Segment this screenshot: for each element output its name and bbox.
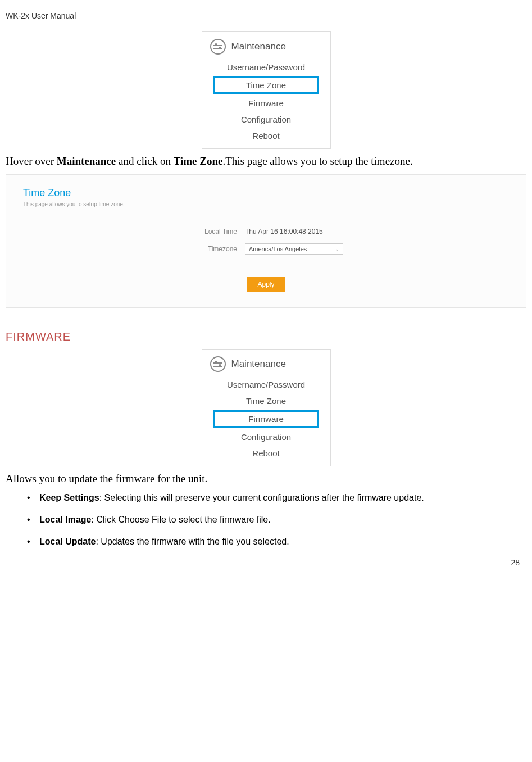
timezone-select-value: America/Los Angeles (249, 246, 307, 252)
tz-subtitle: This page allows you to setup time zone. (23, 201, 509, 207)
menu-item-timezone[interactable]: Time Zone (213, 76, 319, 94)
maintenance-menu-timezone: Maintenance Username/Password Time Zone … (202, 31, 331, 149)
timezone-label: Timezone (23, 245, 245, 253)
menu-header: Maintenance (202, 354, 330, 377)
timezone-select[interactable]: America/Los Angeles ⌄ (245, 243, 343, 255)
menu-item-firmware[interactable]: Firmware (213, 410, 319, 428)
timezone-panel: Time Zone This page allows you to setup … (6, 174, 526, 308)
doc-header: WK-2x User Manual (6, 11, 526, 20)
bullet-keep-settings: Keep Settings: Selecting this will prese… (27, 492, 526, 504)
menu-item-firmware[interactable]: Firmware (202, 95, 330, 111)
bullet-local-image: Local Image: Click Choose File to select… (27, 514, 526, 526)
local-time-value: Thu Apr 16 16:00:48 2015 (245, 228, 323, 235)
menu-item-configuration[interactable]: Configuration (202, 429, 330, 445)
maintenance-icon (210, 356, 226, 372)
menu-item-reboot[interactable]: Reboot (202, 445, 330, 461)
firmware-bullet-list: Keep Settings: Selecting this will prese… (6, 492, 526, 547)
chevron-down-icon: ⌄ (335, 246, 339, 252)
maintenance-icon (210, 39, 226, 55)
menu-title: Maintenance (231, 41, 286, 52)
bullet-local-update: Local Update: Updates the firmware with … (27, 536, 526, 548)
menu-item-reboot[interactable]: Reboot (202, 128, 330, 144)
page-number: 28 (511, 558, 520, 567)
menu-item-username[interactable]: Username/Password (202, 377, 330, 393)
paragraph-firmware-intro: Allows you to update the firmware for th… (6, 472, 526, 486)
maintenance-menu-firmware: Maintenance Username/Password Time Zone … (202, 349, 331, 466)
menu-header: Maintenance (202, 37, 330, 59)
menu-title: Maintenance (231, 359, 286, 370)
tz-title: Time Zone (23, 187, 509, 199)
menu-item-timezone[interactable]: Time Zone (202, 393, 330, 409)
apply-button[interactable]: Apply (247, 277, 284, 292)
menu-item-username[interactable]: Username/Password (202, 59, 330, 75)
section-firmware-title: FIRMWARE (6, 330, 526, 343)
paragraph-timezone-intro: Hover over Maintenance and click on Time… (6, 155, 526, 169)
menu-item-configuration[interactable]: Configuration (202, 111, 330, 128)
local-time-label: Local Time (23, 228, 245, 235)
